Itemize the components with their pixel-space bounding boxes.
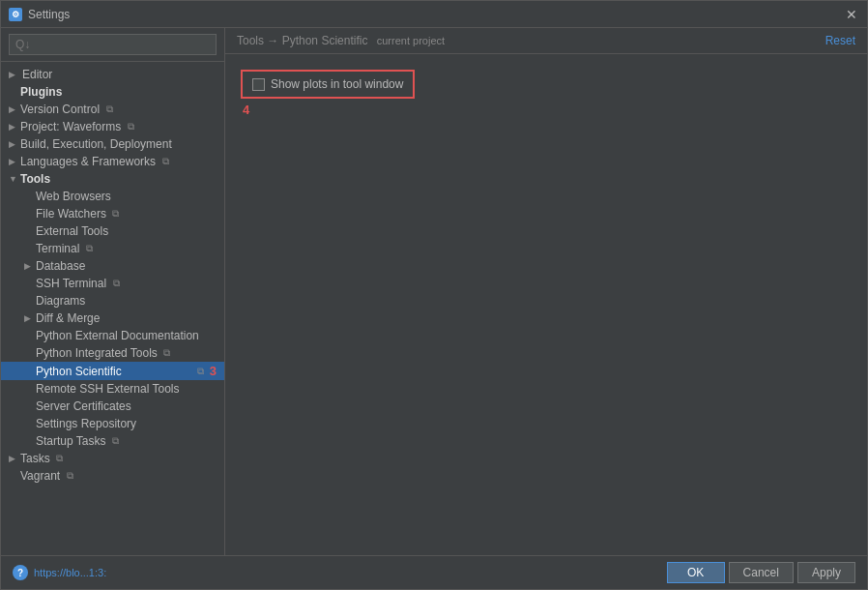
sidebar-item-python-scientific[interactable]: Python Scientific ⧉ 3 [1, 362, 224, 380]
sidebar-item-python-integrated-tools[interactable]: Python Integrated Tools ⧉ [1, 344, 224, 362]
copy-icon: ⧉ [159, 346, 175, 360]
sidebar-item-terminal[interactable]: Terminal ⧉ [1, 240, 224, 257]
title-bar-left: ⚙ Settings [9, 8, 70, 21]
dialog-content: ▶Editor Plugins ▶Version Control ⧉ ▶Proj… [1, 28, 867, 555]
main-content: Show plots in tool window 4 [225, 54, 867, 555]
sidebar-item-vagrant[interactable]: Vagrant ⧉ [1, 467, 224, 485]
sidebar-item-build-execution[interactable]: ▶Build, Execution, Deployment [1, 135, 224, 153]
annotation-3: 3 [210, 364, 217, 378]
sidebar-item-settings-repository[interactable]: Settings Repository [1, 415, 224, 432]
show-plots-label: Show plots in tool window [271, 77, 403, 91]
copy-icon: ⧉ [101, 103, 117, 116]
sidebar-item-project-waveforms[interactable]: ▶Project: Waveforms ⧉ [1, 118, 224, 135]
tree-area: ▶Editor Plugins ▶Version Control ⧉ ▶Proj… [1, 62, 224, 555]
sidebar-item-remote-ssh[interactable]: Remote SSH External Tools [1, 380, 224, 398]
sidebar-item-diagrams[interactable]: Diagrams [1, 292, 224, 310]
annotation-4: 4 [243, 103, 415, 117]
sidebar: ▶Editor Plugins ▶Version Control ⧉ ▶Proj… [1, 28, 225, 555]
copy-icon: ⧉ [108, 277, 124, 290]
copy-icon: ⧉ [108, 207, 124, 221]
sidebar-item-languages-frameworks[interactable]: ▶Languages & Frameworks ⧉ [1, 153, 224, 170]
dialog-title: Settings [28, 8, 70, 21]
copy-icon: ⧉ [81, 242, 97, 255]
sidebar-item-web-browsers[interactable]: Web Browsers [1, 188, 224, 205]
bottom-buttons: OK Cancel Apply [667, 562, 855, 583]
main-header: Tools → Python Scientific current projec… [225, 28, 867, 54]
sidebar-item-diff-merge[interactable]: ▶Diff & Merge [1, 310, 224, 327]
copy-icon: ⧉ [62, 469, 77, 483]
copy-icon: ⧉ [107, 434, 123, 448]
sidebar-item-plugins[interactable]: Plugins [1, 83, 224, 101]
apply-button[interactable]: Apply [797, 562, 855, 583]
cancel-button[interactable]: Cancel [729, 562, 794, 583]
search-box [1, 28, 224, 62]
python-scientific-row: Python Scientific ⧉ 3 [24, 364, 217, 378]
sidebar-item-tools[interactable]: ▼Tools [1, 170, 224, 188]
sidebar-item-python-external-doc[interactable]: Python External Documentation [1, 327, 224, 344]
sidebar-item-startup-tasks[interactable]: Startup Tasks ⧉ [1, 432, 224, 450]
sidebar-item-external-tools[interactable]: External Tools [1, 222, 224, 240]
settings-dialog: ⚙ Settings ✕ ▶Editor Plugins ▶Version Co… [0, 0, 868, 590]
search-input[interactable] [9, 34, 217, 55]
sidebar-item-version-control[interactable]: ▶Version Control ⧉ [1, 101, 224, 118]
title-bar: ⚙ Settings ✕ [1, 1, 867, 28]
close-button[interactable]: ✕ [844, 7, 859, 22]
sidebar-item-tasks[interactable]: ▶Tasks ⧉ [1, 450, 224, 467]
help-button[interactable]: ? [13, 565, 28, 580]
settings-icon: ⚙ [9, 8, 22, 21]
show-plots-checkbox[interactable] [252, 78, 265, 91]
sidebar-item-file-watchers[interactable]: File Watchers ⧉ [1, 205, 224, 222]
sidebar-item-server-certificates[interactable]: Server Certificates [1, 398, 224, 415]
bottom-bar: ? https://blo...1:3: OK Cancel Apply [1, 555, 867, 589]
show-plots-wrapper: Show plots in tool window 4 [241, 70, 415, 117]
breadcrumb: Tools → Python Scientific current projec… [237, 34, 445, 47]
sidebar-item-editor[interactable]: ▶Editor [1, 66, 224, 83]
copy-icon-selected: ⧉ [197, 366, 204, 377]
show-plots-in-tool-window-option[interactable]: Show plots in tool window [241, 70, 415, 99]
sidebar-item-ssh-terminal[interactable]: SSH Terminal ⧉ [1, 275, 224, 292]
copy-icon: ⧉ [158, 155, 173, 168]
reset-link[interactable]: Reset [825, 34, 855, 47]
bottom-link[interactable]: https://blo...1:3: [34, 567, 106, 578]
main-panel: Tools → Python Scientific current projec… [225, 28, 867, 555]
ok-button[interactable]: OK [667, 562, 725, 583]
sidebar-item-database[interactable]: ▶Database [1, 257, 224, 275]
copy-icon: ⧉ [52, 452, 68, 465]
copy-icon: ⧉ [123, 120, 138, 133]
